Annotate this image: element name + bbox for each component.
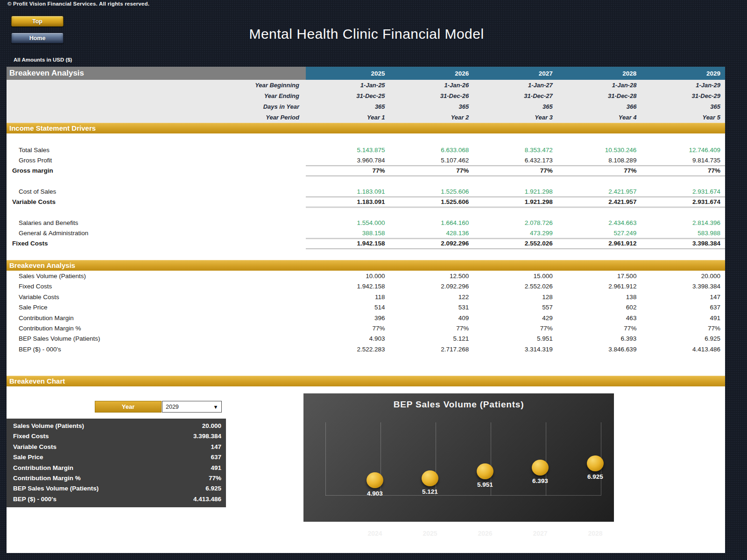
summary-row-label: Fixed Costs <box>7 431 156 441</box>
row-label: BEP ($) - 000's <box>7 344 306 355</box>
row-values: 118122128138147 <box>306 292 725 302</box>
table-row: Sale Price514531557602637 <box>7 302 725 313</box>
table-row: Variable Costs1.183.0911.525.6061.921.29… <box>7 197 725 207</box>
value-cell: 1.183.091 <box>306 187 390 197</box>
value-cell: 2.434.663 <box>557 218 641 228</box>
summary-row-value: 3.398.384 <box>156 431 226 441</box>
meta-row: Year Ending31-Dec-2531-Dec-2631-Dec-2731… <box>7 91 725 101</box>
chevron-down-icon[interactable]: ▼ <box>210 401 221 412</box>
value-cell: 3.314.319 <box>473 344 557 355</box>
value-cell: 20.000 <box>641 271 725 281</box>
year-header-cell: 2028 <box>557 67 641 80</box>
row-values: 3.960.7845.107.4626.432.1738.108.2899.81… <box>306 155 725 166</box>
value-cell: 77% <box>641 323 725 334</box>
meta-row-label: Days in Year <box>7 101 306 112</box>
section-header-income-drivers: Income Statement Drivers <box>7 123 725 133</box>
value-cell: 1.525.606 <box>390 187 474 197</box>
summary-row: Sale Price637 <box>7 452 226 462</box>
row-label: Sale Price <box>7 302 306 313</box>
value-cell: 4.413.486 <box>641 344 725 355</box>
value-cell: 5.107.462 <box>390 155 474 166</box>
data-point-bubble <box>587 455 604 471</box>
page-title: Mental Health Clinic Financial Model <box>249 26 484 42</box>
x-axis-label: 2027 <box>517 530 564 537</box>
table-row: Gross margin77%77%77%77%77% <box>7 166 725 176</box>
table-row: General & Administration388.158428.13647… <box>7 228 725 238</box>
meta-cell: Year 3 <box>473 112 557 123</box>
row-label: Variable Costs <box>7 292 306 302</box>
summary-row-value: 20.000 <box>156 421 226 431</box>
x-axis-label: 2028 <box>572 530 619 537</box>
summary-row-value: 147 <box>156 442 226 452</box>
value-cell: 2.092.296 <box>390 281 474 292</box>
value-cell: 602 <box>557 302 641 313</box>
bep-chart: BEP Sales Volume (Patients) 4.90320245.1… <box>303 393 614 522</box>
meta-cell: 31-Dec-28 <box>557 91 641 101</box>
value-cell: 77% <box>306 323 390 334</box>
year-header-cell: 2029 <box>641 67 725 80</box>
value-cell: 637 <box>641 302 725 313</box>
row-label: Total Sales <box>7 145 306 155</box>
meta-cell: Year 4 <box>557 112 641 123</box>
value-cell: 6.393 <box>557 334 641 344</box>
value-cell: 1.554.000 <box>306 218 390 228</box>
table-row: Contribution Margin396409429463491 <box>7 313 725 323</box>
data-point-label: 5.121 <box>411 488 449 495</box>
meta-row: Year Beginning1-Jan-251-Jan-261-Jan-271-… <box>7 80 725 91</box>
row-label: Contribution Margin <box>7 313 306 323</box>
value-cell: 8.108.289 <box>557 155 641 166</box>
year-dropdown[interactable]: 2029 ▼ <box>162 401 222 413</box>
table-row: BEP ($) - 000's2.522.2832.717.2683.314.3… <box>7 344 725 355</box>
meta-row-values: 1-Jan-251-Jan-261-Jan-271-Jan-281-Jan-29 <box>306 80 725 91</box>
value-cell: 2.961.912 <box>557 281 641 292</box>
year-header-cell: 2027 <box>473 67 557 80</box>
value-cell: 2.931.674 <box>641 197 725 207</box>
value-cell: 1.664.160 <box>390 218 474 228</box>
row-gap <box>7 207 725 218</box>
row-values: 10.00012.50015.00017.50020.000 <box>306 271 725 281</box>
summary-row: Variable Costs147 <box>7 442 226 452</box>
value-cell: 2.522.283 <box>306 344 390 355</box>
value-cell: 77% <box>473 166 557 176</box>
table-row: Variable Costs118122128138147 <box>7 292 725 302</box>
value-cell: 9.814.735 <box>641 155 725 166</box>
value-cell: 1.942.158 <box>306 281 390 292</box>
summary-row-label: Variable Costs <box>7 442 156 452</box>
meta-cell: 31-Dec-26 <box>390 91 474 101</box>
summary-row-value: 77% <box>156 473 226 483</box>
row-label: Sales Volume (Patients) <box>7 271 306 281</box>
meta-cell: 1-Jan-27 <box>473 80 557 91</box>
row-values: 1.183.0911.525.6061.921.2982.421.9572.93… <box>306 197 725 207</box>
value-cell: 409 <box>390 313 474 323</box>
value-cell: 463 <box>557 313 641 323</box>
value-cell: 396 <box>306 313 390 323</box>
row-label: Variable Costs <box>7 197 306 207</box>
selected-year-summary-table: Sales Volume (Patients)20.000Fixed Costs… <box>7 419 226 507</box>
data-point-label: 6.393 <box>521 477 559 484</box>
meta-cell: 365 <box>390 101 474 112</box>
value-cell: 3.846.639 <box>557 344 641 355</box>
data-point-label: 4.903 <box>356 490 394 497</box>
home-button[interactable]: Home <box>11 33 63 43</box>
row-values: 1.554.0001.664.1602.078.7262.434.6632.81… <box>306 218 725 228</box>
table-row: Cost of Sales1.183.0911.525.6061.921.298… <box>7 187 725 197</box>
breakeven-analysis-rows: Sales Volume (Patients)10.00012.50015.00… <box>7 271 725 355</box>
value-cell: 77% <box>390 166 474 176</box>
summary-row-label: BEP ($) - 000's <box>7 494 156 504</box>
meta-row-label: Year Ending <box>7 91 306 101</box>
summary-row: Fixed Costs3.398.384 <box>7 431 226 441</box>
row-values: 1.942.1582.092.2962.552.0262.961.9123.39… <box>306 238 725 249</box>
top-button[interactable]: Top <box>11 16 63 27</box>
value-cell: 12.746.409 <box>641 145 725 155</box>
value-cell: 138 <box>557 292 641 302</box>
summary-row-label: Sales Volume (Patients) <box>7 421 156 431</box>
row-label: Salaries and Benefits <box>7 218 306 228</box>
value-cell: 122 <box>390 292 474 302</box>
row-label: Fixed Costs <box>7 238 306 249</box>
value-cell: 5.143.875 <box>306 145 390 155</box>
year-meta-rows: Year Beginning1-Jan-251-Jan-261-Jan-271-… <box>7 80 725 123</box>
year-header-cell: 2026 <box>390 67 474 80</box>
year-dropdown-value: 2029 <box>162 404 210 410</box>
value-cell: 527.249 <box>557 228 641 238</box>
value-cell: 2.078.726 <box>473 218 557 228</box>
